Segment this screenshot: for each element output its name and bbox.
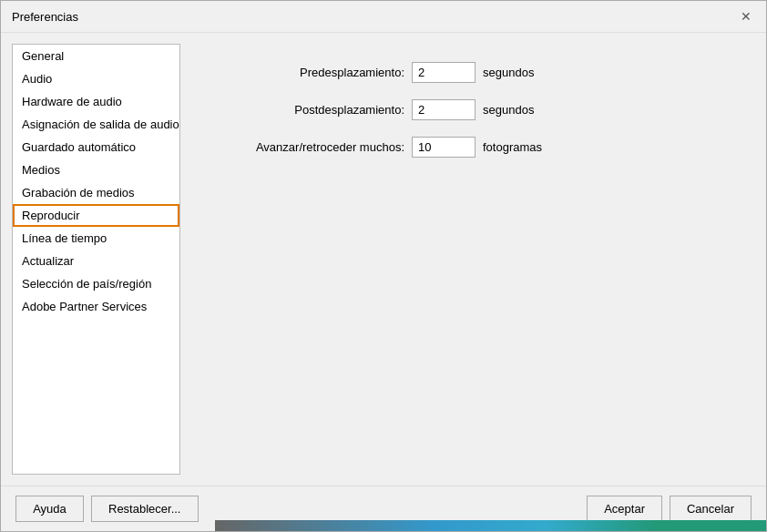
sidebar-item-5[interactable]: Medios — [13, 159, 179, 181]
title-bar: Preferencias ✕ — [1, 1, 766, 33]
sidebar-item-7[interactable]: Reproducir — [13, 204, 179, 227]
setting-unit-1: segundos — [483, 103, 534, 117]
setting-unit-0: segundos — [483, 66, 534, 79]
sidebar-item-3[interactable]: Asignación de salida de audio — [13, 113, 179, 136]
sidebar-item-4[interactable]: Guardado automático — [13, 136, 179, 159]
sidebar-item-10[interactable]: Selección de país/región — [13, 272, 179, 295]
setting-row-2: Avanzar/retroceder muchos:fotogramas — [222, 137, 728, 158]
sidebar-item-1[interactable]: Audio — [13, 67, 179, 90]
dialog-title: Preferencias — [12, 10, 78, 24]
accept-button[interactable]: Aceptar — [587, 496, 662, 522]
sidebar: GeneralAudioHardware de audioAsignación … — [12, 44, 180, 475]
setting-unit-2: fotogramas — [483, 140, 542, 154]
dialog-body: GeneralAudioHardware de audioAsignación … — [1, 33, 766, 486]
setting-input-1[interactable] — [412, 99, 476, 120]
sidebar-item-0[interactable]: General — [13, 45, 179, 67]
sidebar-item-2[interactable]: Hardware de audio — [13, 90, 179, 113]
cancel-button[interactable]: Cancelar — [670, 496, 752, 522]
sidebar-item-6[interactable]: Grabación de medios — [13, 181, 179, 204]
footer-right: Aceptar Cancelar — [587, 496, 752, 522]
preferences-dialog: Preferencias ✕ GeneralAudioHardware de a… — [0, 0, 767, 532]
setting-label-0: Predesplazamiento: — [222, 66, 404, 79]
sidebar-item-11[interactable]: Adobe Partner Services — [13, 295, 179, 318]
help-button[interactable]: Ayuda — [15, 496, 84, 522]
main-content: Predesplazamiento:segundosPostdesplazami… — [195, 44, 755, 475]
restore-button[interactable]: Restablecer... — [91, 496, 199, 522]
setting-input-0[interactable] — [412, 62, 476, 83]
sidebar-item-9[interactable]: Actualizar — [13, 250, 179, 272]
sidebar-item-8[interactable]: Línea de tiempo — [13, 227, 179, 250]
close-button[interactable]: ✕ — [737, 8, 755, 25]
setting-row-0: Predesplazamiento:segundos — [222, 62, 728, 83]
settings-area: Predesplazamiento:segundosPostdesplazami… — [195, 44, 755, 475]
setting-label-2: Avanzar/retroceder muchos: — [222, 140, 404, 154]
setting-input-2[interactable] — [412, 137, 476, 158]
bottom-bar — [215, 520, 766, 531]
footer-left: Ayuda Restablecer... — [15, 496, 199, 522]
setting-label-1: Postdesplazamiento: — [222, 103, 404, 117]
setting-row-1: Postdesplazamiento:segundos — [222, 99, 728, 120]
